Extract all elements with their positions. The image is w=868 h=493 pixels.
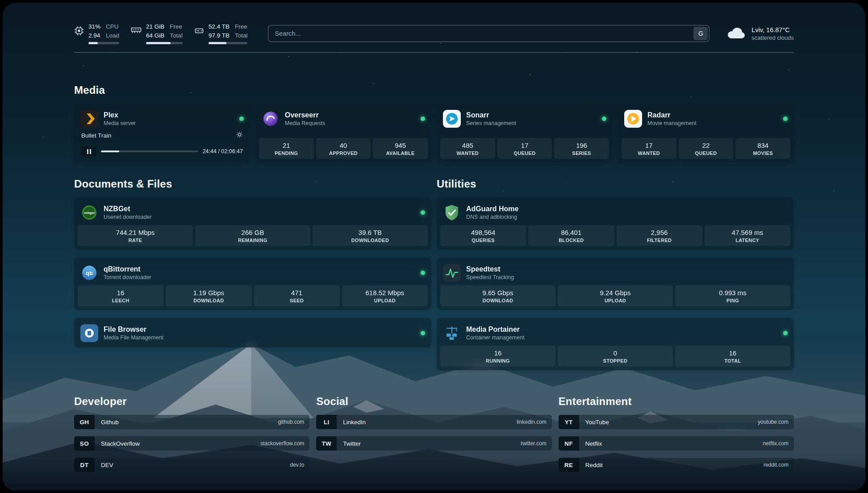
portainer-icon [443, 324, 461, 342]
memory-icon [131, 26, 142, 35]
memory-widget: 21 GiB 64 GiB Free Total [131, 22, 183, 44]
service-name: Speedtest [466, 265, 514, 273]
status-dot [783, 117, 788, 121]
service-card-filebrowser[interactable]: File Browser Media File Management [74, 318, 431, 347]
service-subtitle: DNS and adblocking [466, 214, 518, 220]
service-card-overseerr[interactable]: Overseerr Media Requests 21PENDING 40APP… [255, 104, 431, 163]
service-card-speedtest[interactable]: Speedtest Speedtest Tracking 9.65 GbpsDO… [437, 258, 794, 310]
bookmark-abbr: LI [316, 415, 337, 429]
bookmark-domain: github.com [278, 419, 305, 425]
memory-free: 21 GiB [146, 22, 164, 31]
bookmark-group-social: Social LI LinkedIn linkedin.com TW Twitt… [316, 395, 551, 479]
weather-condition: scattered clouds [751, 34, 794, 41]
service-name: AdGuard Home [466, 205, 518, 213]
status-dot [239, 117, 244, 121]
stat-block: 16LEECH [78, 285, 163, 306]
stat-block: 1.19 GbpsDOWNLOAD [166, 285, 251, 306]
nzbget-icon: nzbget [80, 204, 98, 221]
playback-time: 24:44 / 02:06:47 [203, 148, 243, 155]
bookmark-abbr: YT [559, 415, 579, 429]
stat-block: 39.6 TBDOWNLOADED [313, 225, 428, 246]
service-card-adguard[interactable]: AdGuard Home DNS and adblocking 498,564Q… [437, 197, 794, 250]
bookmark-twitter[interactable]: TW Twitter twitter.com [316, 436, 551, 451]
two-column-area: Documents & Files nzbget NZBGet Usenet d… [74, 178, 794, 370]
memory-free-label: Free [170, 22, 183, 31]
section-title-entertainment: Entertainment [559, 395, 794, 408]
stat-block: 2,956FILTERED [617, 225, 702, 246]
memory-total: 64 GiB [146, 31, 164, 40]
bookmark-stackoverflow[interactable]: SO StackOverflow stackoverflow.com [74, 436, 309, 451]
speedtest-icon [443, 264, 461, 282]
sonarr-icon [443, 110, 461, 128]
service-subtitle: Speedtest Tracking [466, 274, 514, 280]
stat-block: 16RUNNING [440, 346, 555, 367]
section-title-utilities: Utilities [437, 178, 794, 190]
service-name: Overseerr [285, 111, 325, 119]
disk-total: 97.9 TB [209, 31, 230, 40]
bookmark-abbr: TW [316, 436, 337, 451]
cpu-usage-bar [88, 42, 119, 44]
service-subtitle: Series management [466, 120, 516, 126]
cpu-label: CPU [106, 22, 119, 31]
search-input[interactable] [268, 25, 709, 42]
cloud-icon [726, 25, 746, 42]
service-card-sonarr[interactable]: Sonarr Series management 485WANTED 17QUE… [437, 104, 613, 163]
status-dot [421, 210, 425, 215]
wallpaper-stars [3, 3, 4, 4]
bookmark-name: YouTube [585, 419, 609, 426]
service-card-portainer[interactable]: Media Portainer Container management 16R… [437, 318, 794, 370]
bookmark-dev[interactable]: DT DEV dev.to [74, 458, 309, 472]
stat-block: 744.21 MbpsRATE [78, 225, 193, 246]
bookmark-name: Github [101, 419, 119, 426]
disk-free-label: Free [235, 22, 248, 31]
bookmark-name: Twitter [343, 440, 361, 447]
disk-icon [194, 26, 204, 36]
bookmark-domain: linkedin.com [517, 419, 547, 425]
cpu-load-label: Load [106, 31, 119, 40]
bookmark-reddit[interactable]: RE Reddit reddit.com [559, 458, 794, 472]
stat-block: 266 GBREMAINING [195, 225, 310, 246]
stat-block: 618.52 MbpsUPLOAD [342, 285, 428, 306]
bookmark-netflix[interactable]: NF Netflix netflix.com [559, 436, 794, 451]
status-dot [421, 271, 425, 275]
service-card-qbittorrent[interactable]: qb qBittorrent Torrent downloader 16LEEC… [74, 258, 431, 310]
bookmark-abbr: GH [74, 415, 95, 429]
bookmark-linkedin[interactable]: LI LinkedIn linkedin.com [316, 415, 551, 429]
service-subtitle: Media Requests [285, 120, 325, 126]
service-card-radarr[interactable]: Radarr Movie management 17WANTED 22QUEUE… [618, 104, 794, 163]
overseerr-icon [262, 110, 280, 128]
stat-block: 86,401BLOCKED [528, 225, 614, 246]
service-card-plex[interactable]: Plex Media server Bullet Train [74, 104, 250, 163]
status-dot [783, 331, 788, 335]
cpu-load: 2.94 [88, 31, 100, 40]
pause-button[interactable] [81, 146, 96, 156]
utilities-column: Utilities AdGuard Home [437, 178, 794, 370]
stat-block: 0STOPPED [558, 346, 673, 367]
bookmark-abbr: NF [559, 436, 579, 451]
bookmark-domain: netflix.com [763, 440, 789, 447]
top-bar: 31% 2.94 CPU Load [74, 22, 794, 44]
bookmark-github[interactable]: GH Github github.com [74, 415, 309, 429]
bookmark-youtube[interactable]: YT YouTube youtube.com [559, 415, 794, 429]
bookmark-name: LinkedIn [343, 419, 366, 426]
qbittorrent-icon: qb [80, 264, 98, 282]
bookmark-domain: reddit.com [764, 462, 789, 468]
service-subtitle: Media server [104, 120, 136, 126]
filebrowser-icon [80, 324, 98, 342]
stat-block: 945AVAILABLE [373, 138, 428, 159]
disk-usage-bar [209, 42, 248, 44]
radarr-icon [624, 110, 642, 128]
service-card-nzbget[interactable]: nzbget NZBGet Usenet downloader 744.21 M… [74, 197, 431, 250]
search-engine-button[interactable]: G [693, 27, 708, 40]
section-title-social: Social [316, 395, 551, 408]
bookmark-abbr: RE [559, 458, 579, 472]
playback-progress-bar[interactable] [101, 150, 198, 152]
service-subtitle: Container management [466, 334, 525, 341]
stat-block: 16TOTAL [675, 346, 790, 367]
stat-block: 471SEED [254, 285, 340, 306]
stat-block: 22QUEUED [679, 138, 734, 159]
weather-location: Lviv, 16.87°C [751, 25, 794, 34]
documents-column: Documents & Files nzbget NZBGet Usenet d… [74, 178, 431, 370]
plex-icon [80, 110, 98, 128]
bookmark-domain: dev.to [290, 462, 305, 468]
